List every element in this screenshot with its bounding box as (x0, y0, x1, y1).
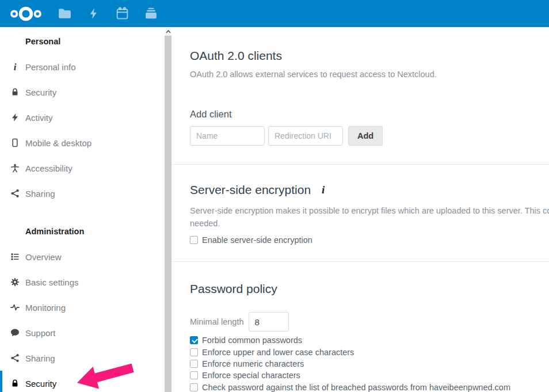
encryption-description-line2: needed. (190, 218, 549, 230)
lightning-icon (87, 7, 100, 20)
oauth-description: OAuth 2.0 allows external services to re… (190, 70, 549, 79)
sidebar-item-basic-settings[interactable]: Basic settings (0, 269, 165, 295)
enforce-numeric-checkbox[interactable] (190, 360, 198, 368)
add-client-button[interactable]: Add (348, 126, 383, 146)
enforce-case-row[interactable]: Enforce upper and lower case characters (190, 346, 549, 357)
scrollbar-thumb[interactable] (165, 36, 171, 392)
app-activity-button[interactable] (85, 5, 102, 22)
list-icon (10, 252, 20, 261)
sidebar-item-support[interactable]: Support (0, 320, 165, 345)
sidebar-scrollbar[interactable] (165, 27, 171, 392)
sidebar-item-overview[interactable]: Overview (0, 244, 165, 269)
app-window: Personal i Personal info Security Activi… (0, 0, 549, 392)
lock-icon (10, 379, 20, 388)
settings-sidebar: Personal i Personal info Security Activi… (0, 27, 165, 392)
deck-icon (144, 6, 158, 21)
password-policy-title: Password policy (190, 281, 549, 297)
sidebar-item-activity[interactable]: Activity (0, 105, 165, 130)
enforce-special-row[interactable]: Enforce special characters (190, 370, 549, 381)
oauth-section: OAuth 2.0 clients OAuth 2.0 allows exter… (171, 27, 549, 164)
gear-icon (10, 277, 20, 287)
check-hibp-row[interactable]: Check password against the list of breac… (190, 382, 549, 392)
sidebar-section-personal: Personal (0, 29, 165, 54)
scroll-up-button[interactable] (165, 27, 171, 36)
app-menu (56, 5, 159, 22)
redirect-uri-input[interactable] (268, 126, 343, 146)
info-icon: i (10, 62, 20, 71)
sidebar-spacer (0, 206, 165, 219)
encryption-description-line1: Server-side encryption makes it possible… (190, 205, 549, 218)
phone-icon (10, 138, 20, 147)
accessibility-icon (10, 163, 20, 173)
settings-content: OAuth 2.0 clients OAuth 2.0 allows exter… (171, 27, 549, 392)
encryption-section: Server-side encryption i Server-side enc… (171, 164, 549, 261)
app-deck-button[interactable] (143, 5, 159, 22)
check-hibp-checkbox[interactable] (190, 383, 198, 391)
sidebar-item-monitoring[interactable]: Monitoring (0, 295, 165, 320)
folder-icon (58, 6, 72, 21)
calendar-icon (115, 6, 129, 21)
sidebar-section-administration: Administration (0, 219, 165, 244)
forbid-common-passwords-row[interactable]: Forbid common passwords (190, 334, 549, 346)
sidebar-item-sharing-personal[interactable]: Sharing (0, 181, 165, 206)
sidebar-item-personal-info[interactable]: i Personal info (0, 54, 165, 79)
top-bar (0, 0, 549, 27)
chevron-up-icon (166, 30, 171, 33)
sidebar-item-accessibility[interactable]: Accessibility (0, 155, 165, 181)
sidebar-item-sharing-admin[interactable]: Sharing (0, 345, 165, 371)
lightning-icon (10, 113, 20, 122)
app-calendar-button[interactable] (114, 5, 131, 22)
add-client-form: Add (190, 126, 549, 146)
password-policy-options: Forbid common passwords Enforce upper an… (190, 334, 549, 392)
share-icon (10, 189, 20, 198)
oauth-title: OAuth 2.0 clients (190, 48, 549, 63)
minimal-length-row: Minimal length (190, 312, 549, 332)
sidebar-item-mobile-desktop[interactable]: Mobile & desktop (0, 130, 165, 155)
enforce-case-checkbox[interactable] (190, 348, 198, 356)
add-client-heading: Add client (190, 108, 549, 120)
encryption-title-text: Server-side encryption (190, 182, 311, 197)
password-policy-section: Password policy Minimal length Forbid co… (171, 261, 549, 392)
sidebar-item-security-admin[interactable]: Security (0, 371, 165, 392)
info-icon[interactable]: i (322, 182, 325, 197)
encryption-title: Server-side encryption i (190, 182, 549, 197)
nextcloud-logo-icon (7, 4, 45, 24)
enable-encryption-checkbox[interactable] (190, 236, 198, 244)
chat-icon (10, 328, 20, 337)
monitoring-icon (10, 303, 20, 312)
enforce-special-checkbox[interactable] (190, 371, 198, 379)
app-files-button[interactable] (56, 5, 73, 22)
nextcloud-logo[interactable] (7, 4, 45, 24)
enable-encryption-row[interactable]: Enable server-side encryption (190, 235, 549, 245)
sidebar-item-security-personal[interactable]: Security (0, 79, 165, 105)
forbid-common-passwords-checkbox[interactable] (190, 336, 198, 344)
enforce-numeric-row[interactable]: Enforce numeric characters (190, 358, 549, 370)
minimal-length-input[interactable] (249, 312, 289, 332)
minimal-length-label: Minimal length (190, 317, 244, 326)
client-name-input[interactable] (190, 126, 265, 146)
lock-icon (10, 87, 20, 97)
share-icon (10, 353, 20, 363)
